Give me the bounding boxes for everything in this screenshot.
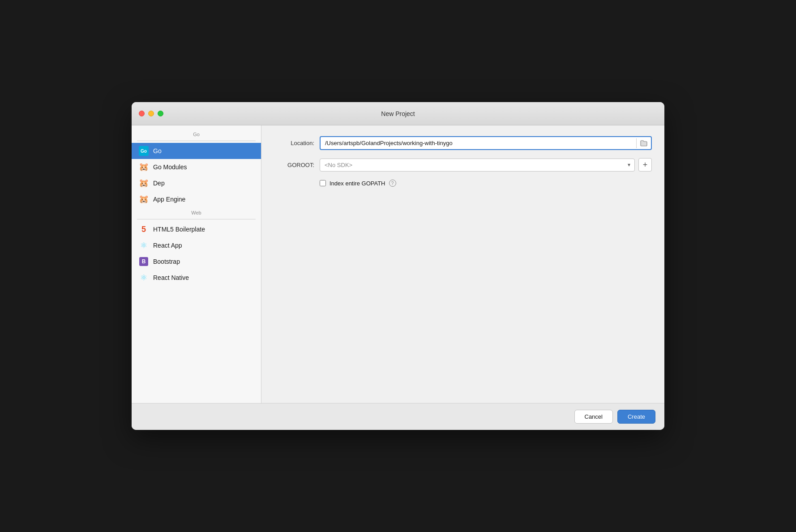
sidebar-item-app-engine[interactable]: 🐹 App Engine <box>132 191 261 207</box>
index-gopath-label: Index entire GOPATH <box>330 180 385 187</box>
sidebar-item-react-app[interactable]: ⚛ React App <box>132 237 261 253</box>
sidebar-item-label-react-native: React Native <box>153 274 189 281</box>
sidebar-item-dep[interactable]: 🐹 Dep <box>132 175 261 191</box>
go-icon: Go <box>139 146 149 156</box>
sdk-select-container: <No SDK> <box>320 159 635 172</box>
add-sdk-button[interactable]: + <box>638 158 652 172</box>
goroot-row: GOROOT: <No SDK> + <box>274 158 652 172</box>
title-bar: New Project <box>132 102 664 125</box>
react-native-icon: ⚛ <box>139 273 149 283</box>
maximize-button[interactable] <box>158 111 163 116</box>
location-input[interactable] <box>321 137 636 149</box>
checkbox-row: Index entire GOPATH ? <box>320 180 652 187</box>
goroot-label: GOROOT: <box>274 162 314 168</box>
location-input-wrapper <box>320 136 652 150</box>
go-section-divider <box>137 141 256 141</box>
sidebar-item-label-go: Go <box>153 147 162 154</box>
sidebar-item-label-go-modules: Go Modules <box>153 163 187 171</box>
location-row: Location: <box>274 136 652 150</box>
create-button[interactable]: Create <box>617 410 655 424</box>
sidebar-item-label-bootstrap: Bootstrap <box>153 258 180 265</box>
sdk-select[interactable]: <No SDK> <box>320 159 635 172</box>
help-icon[interactable]: ? <box>389 180 396 187</box>
sidebar-item-label-html5: HTML5 Boilerplate <box>153 226 205 233</box>
cancel-button[interactable]: Cancel <box>574 410 613 424</box>
folder-icon <box>640 140 647 146</box>
sidebar-item-react-native[interactable]: ⚛ React Native <box>132 270 261 286</box>
dialog-footer: Cancel Create <box>132 403 664 430</box>
index-gopath-checkbox[interactable] <box>320 180 326 186</box>
go-section-label: Go <box>132 129 261 139</box>
main-content: Location: GOROOT: <No SDK> <box>261 125 664 403</box>
sidebar-item-bootstrap[interactable]: B Bootstrap <box>132 253 261 270</box>
close-button[interactable] <box>139 111 145 116</box>
new-project-dialog: New Project Go Go Go 🐹 Go Modules 🐹 Dep <box>132 102 664 430</box>
web-section-label: Web <box>132 207 261 217</box>
window-controls <box>139 111 163 116</box>
sidebar: Go Go Go 🐹 Go Modules 🐹 Dep 🐹 App Engine <box>132 125 261 403</box>
web-section-divider <box>137 219 256 219</box>
location-label: Location: <box>274 140 314 146</box>
browse-folder-button[interactable] <box>636 138 651 148</box>
sidebar-item-go-modules[interactable]: 🐹 Go Modules <box>132 159 261 175</box>
sidebar-item-label-app-engine: App Engine <box>153 196 185 203</box>
react-app-icon: ⚛ <box>139 240 149 250</box>
dialog-body: Go Go Go 🐹 Go Modules 🐹 Dep 🐹 App Engine <box>132 125 664 403</box>
sidebar-item-go[interactable]: Go Go <box>132 143 261 159</box>
dialog-title: New Project <box>381 110 415 117</box>
sdk-select-wrapper: <No SDK> + <box>320 158 652 172</box>
sidebar-item-label-react-app: React App <box>153 242 182 249</box>
gopher-modules-icon: 🐹 <box>139 162 149 172</box>
bootstrap-icon: B <box>139 257 149 266</box>
html5-icon: 5 <box>139 224 149 234</box>
sidebar-item-html5-boilerplate[interactable]: 5 HTML5 Boilerplate <box>132 221 261 237</box>
minimize-button[interactable] <box>148 111 154 116</box>
sidebar-item-label-dep: Dep <box>153 180 165 187</box>
gopher-appengine-icon: 🐹 <box>139 194 149 204</box>
gopher-dep-icon: 🐹 <box>139 178 149 188</box>
